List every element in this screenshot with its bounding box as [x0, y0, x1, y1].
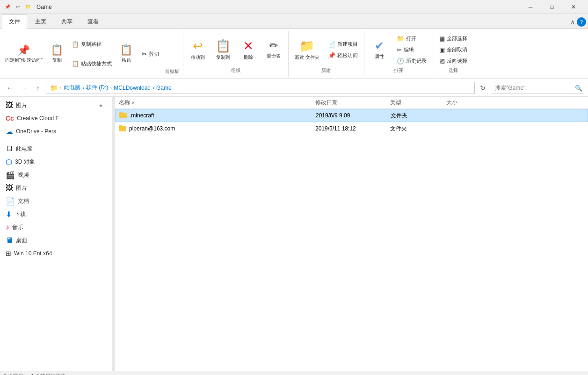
move-to-button[interactable]: ↩ 移动到: [186, 33, 210, 66]
new-item-button[interactable]: 📄 新建项目: [325, 39, 361, 49]
select-none-button[interactable]: ▣ 全部取消: [436, 44, 471, 55]
sidebar-item-3d-label: 3D 对象: [15, 158, 108, 166]
paste-button[interactable]: 📋 粘贴: [116, 37, 137, 71]
col-header-type[interactable]: 类型: [386, 97, 443, 108]
col-header-size[interactable]: 大小: [443, 97, 489, 108]
search-wrap: 🔍: [491, 82, 584, 94]
clipboard-group: 📌 固定到"快 速访问" 📋 复制 📋 复制路径 📋: [0, 31, 183, 77]
onedrive-icon: ☁: [6, 127, 13, 136]
sidebar-item-win10[interactable]: ⊞ Win 10 Ent x64: [0, 247, 112, 260]
win-icon: ⊞: [6, 250, 11, 257]
tab-share[interactable]: 共享: [54, 14, 80, 29]
easy-access-button[interactable]: 📌 轻松访问: [325, 50, 361, 60]
main-layout: 🖼 图片 ★ ↑ Cc Creative Cloud F ☁ OneDrive …: [0, 97, 588, 371]
address-bar: ← → ↑ 📁 › 此电脑 › 软件 (D:) › MCLDownload › …: [0, 79, 588, 97]
sidebar-item-this-pc[interactable]: 🖥 此电脑: [0, 142, 112, 155]
history-button[interactable]: 🕐 历史记录: [393, 56, 430, 66]
path-mcldownload[interactable]: MCLDownload: [114, 85, 151, 91]
doc-icon: 📄: [6, 197, 15, 206]
pin-icon: 📌: [4, 3, 11, 11]
refresh-button[interactable]: ↻: [477, 82, 489, 94]
item-count: 2 个项目: [4, 373, 23, 375]
tab-file[interactable]: 文件: [2, 14, 27, 29]
sidebar-item-music[interactable]: ♪ 音乐: [0, 221, 112, 234]
undo-icon: ↩: [14, 3, 22, 11]
table-row[interactable]: piperan@163.com 2019/5/11 18:12 文件夹: [115, 122, 588, 135]
select-label: 选择: [436, 66, 471, 75]
title-bar-icons: 📌 ↩ 📁: [4, 3, 32, 11]
up-button[interactable]: ↑: [32, 82, 44, 94]
sidebar-item-docs-label: 文档: [18, 197, 108, 205]
new-folder-button[interactable]: 📁 新建 文件夹: [291, 33, 323, 66]
file-type: 文件夹: [386, 125, 443, 133]
col-header-name[interactable]: 名称 ∧: [115, 97, 312, 108]
address-path[interactable]: 📁 › 此电脑 › 软件 (D:) › MCLDownload › Game: [46, 82, 475, 94]
copy-button[interactable]: 📋 复制: [47, 37, 67, 71]
search-input[interactable]: [491, 82, 584, 94]
paste-shortcut-button[interactable]: 📋 粘贴快捷方式: [68, 58, 115, 69]
path-game[interactable]: Game: [156, 85, 172, 91]
edit-button[interactable]: ✏ 编辑: [393, 44, 430, 55]
copy-to-button[interactable]: 📋 复制到: [211, 33, 235, 66]
help-btn[interactable]: ?: [577, 17, 586, 27]
3d-icon: ⬡: [6, 158, 12, 166]
sort-arrow: ∧: [131, 100, 135, 105]
select-all-button[interactable]: ▦ 全部选择: [436, 33, 471, 43]
folder-icon: [119, 113, 127, 118]
forward-button[interactable]: →: [18, 82, 30, 94]
tab-view[interactable]: 查看: [80, 14, 106, 29]
sidebar-item-documents[interactable]: 📄 文档: [0, 195, 112, 208]
open-button[interactable]: 📁 打开: [393, 33, 430, 43]
sidebar-item-onedrive-label: OneDrive - Pers: [16, 128, 108, 135]
sidebar-item-creative-cloud[interactable]: Cc Creative Cloud F: [0, 112, 112, 125]
close-button[interactable]: ✕: [563, 0, 584, 14]
invert-selection-button[interactable]: ▨ 反向选择: [436, 56, 471, 66]
search-submit-button[interactable]: 🔍: [575, 84, 582, 91]
sidebar: 🖼 图片 ★ ↑ Cc Creative Cloud F ☁ OneDrive …: [0, 97, 112, 371]
clipboard-label: 剪贴板: [163, 67, 181, 76]
delete-button[interactable]: ✕ 删除: [237, 33, 260, 66]
open-label: 打开: [367, 66, 430, 75]
properties-button[interactable]: ✔ 属性: [367, 33, 392, 66]
sidebar-item-pictures2-label: 图片: [16, 184, 108, 192]
pin-quick-access-button[interactable]: 📌 固定到"快 速访问": [2, 37, 46, 71]
sidebar-item-onedrive[interactable]: ☁ OneDrive - Pers: [0, 125, 112, 138]
select-group: ▦ 全部选择 ▣ 全部取消 ▨ 反向选择 选择: [433, 31, 473, 77]
back-button[interactable]: ←: [4, 82, 16, 94]
sidebar-item-pictures-label: 图片: [16, 101, 96, 109]
video-icon: 🎬: [6, 171, 15, 180]
new-group: 📁 新建 文件夹 📄 新建项目 📌 轻松访问 新建: [289, 31, 364, 77]
sidebar-item-music-label: 音乐: [12, 224, 108, 231]
tab-home[interactable]: 主页: [28, 14, 53, 29]
ribbon-collapse-btn[interactable]: ∧: [570, 18, 575, 26]
music-icon: ♪: [6, 223, 9, 231]
table-row[interactable]: .minecraft 2019/6/9 9:09 文件夹: [115, 109, 588, 122]
copy-path-button[interactable]: 📋 复制路径: [68, 39, 115, 49]
file-header: 名称 ∧ 修改日期 类型 大小: [115, 97, 588, 109]
pictures-icon: 🖼: [6, 101, 13, 109]
path-pc[interactable]: 此电脑: [64, 84, 80, 92]
path-drive[interactable]: 软件 (D:): [86, 84, 108, 92]
sidebar-item-downloads[interactable]: ⬇ 下载: [0, 208, 112, 221]
pin-indicator: ★: [99, 103, 103, 108]
window-controls: ─ □ ✕: [520, 0, 584, 14]
sidebar-item-pictures[interactable]: 🖼 图片: [0, 181, 112, 195]
new-label: 新建: [291, 66, 361, 75]
folder-icon: [119, 126, 126, 131]
sidebar-item-desktop-label: 桌面: [16, 237, 108, 245]
file-name-cell: .minecraft: [116, 112, 312, 119]
sidebar-item-videos[interactable]: 🎬 视频: [0, 168, 112, 181]
status-bar: 2 个项目 1 个项目被选中: [0, 371, 588, 375]
sidebar-item-videos-label: 视频: [18, 171, 108, 179]
maximize-button[interactable]: □: [541, 0, 563, 14]
window-title: Game: [36, 4, 520, 10]
file-date: 2019/5/11 18:12: [312, 125, 386, 132]
col-header-date[interactable]: 修改日期: [312, 97, 386, 108]
minimize-button[interactable]: ─: [520, 0, 541, 14]
sidebar-item-win-label: Win 10 Ent x64: [14, 250, 108, 257]
cut-button[interactable]: ✂ 剪切: [138, 49, 162, 59]
sidebar-item-3d[interactable]: ⬡ 3D 对象: [0, 155, 112, 168]
sidebar-item-pictures-quick[interactable]: 🖼 图片 ★ ↑: [0, 99, 112, 112]
rename-button[interactable]: ✏ 重命名: [262, 33, 285, 66]
sidebar-item-desktop[interactable]: 🖥 桌面: [0, 234, 112, 247]
